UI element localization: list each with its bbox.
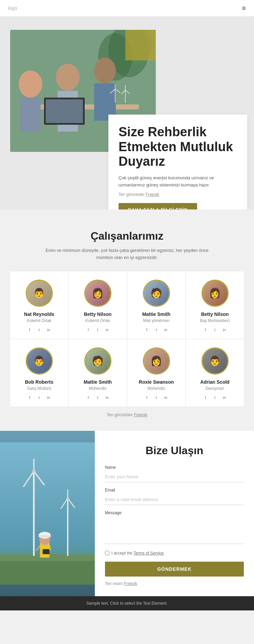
team-card: 👩 Betty Nilson Baş Muhasebeci f t in <box>186 271 244 339</box>
twitter-icon[interactable]: t <box>153 326 160 333</box>
team-member-role: Kıdemli Ortak <box>27 318 51 323</box>
team-member-role: Kıdemli Ortak <box>85 318 110 323</box>
message-label: Message <box>105 510 244 515</box>
message-textarea[interactable] <box>105 517 244 544</box>
hero-credit: Ten görüntüler Freepik <box>119 192 237 197</box>
wind-turbine-svg <box>0 431 95 596</box>
hero-credit-link[interactable]: Freepik <box>146 192 159 197</box>
team-avatar: 👨 <box>26 280 53 307</box>
svg-rect-23 <box>0 558 95 585</box>
facebook-icon[interactable]: f <box>26 326 33 333</box>
svg-point-29 <box>32 469 36 473</box>
facebook-icon[interactable]: f <box>85 326 92 333</box>
contact-form-area: Bize Ulaşın Name Email Message I accept … <box>95 431 254 596</box>
contact-section: Bize Ulaşın Name Email Message I accept … <box>0 431 254 596</box>
team-member-name: Mattie Smith <box>142 311 170 317</box>
footer: Sample text. Click to select the Text El… <box>0 596 254 610</box>
team-credit: Ten görüntüler Freepik <box>10 412 244 417</box>
svg-point-34 <box>66 497 69 500</box>
svg-rect-38 <box>39 535 51 537</box>
team-member-name: Bob Roberts <box>25 379 54 385</box>
team-avatar: 👩 <box>84 280 111 307</box>
twitter-icon[interactable]: t <box>212 394 218 401</box>
submit-button[interactable]: GÖNDERMEK <box>105 562 244 577</box>
instagram-icon[interactable]: in <box>221 326 228 333</box>
team-section: Çalışanlarımız Enim ve minimum düzeyde, … <box>0 209 254 431</box>
team-member-name: Nat Reynolds <box>24 311 54 317</box>
facebook-icon[interactable]: f <box>144 326 150 333</box>
hero-title: Size Rehberlik Etmekten Mutluluk Duyarız <box>119 125 237 169</box>
social-icons: f t in <box>144 394 169 401</box>
team-member-role: Mühendis <box>147 386 165 391</box>
instagram-icon[interactable]: in <box>221 394 228 401</box>
social-icons: f t in <box>144 326 169 333</box>
team-description: Enim ve minimum düzeyde, çok fazla çaba … <box>42 247 212 261</box>
team-avatar: 🧑 <box>84 347 111 375</box>
team-card: 👨 Nat Reynolds Kıdemli Ortak f t in <box>10 271 68 339</box>
name-input[interactable] <box>105 471 244 482</box>
team-member-name: Adrian Scold <box>200 379 229 385</box>
team-title: Çalışanlarımız <box>10 230 244 242</box>
team-card: 🧑 Mattie Smith Mali yönetmen f t in <box>127 271 185 339</box>
learn-more-button[interactable]: DAHA FAZLA BİLGİ EDİN <box>119 203 197 209</box>
team-grid-row1: 👨 Nat Reynolds Kıdemli Ortak f t in 👩 Be… <box>10 271 244 339</box>
contact-credit: Ten resim Freepik <box>105 581 244 586</box>
team-card: 🧑 Mattie Smith Mühendis f t in <box>69 339 127 406</box>
twitter-icon[interactable]: t <box>36 394 43 401</box>
twitter-icon[interactable]: t <box>153 394 160 401</box>
facebook-icon[interactable]: f <box>144 394 150 401</box>
terms-checkbox[interactable] <box>105 551 109 555</box>
svg-rect-21 <box>125 30 156 60</box>
social-icons: f t in <box>26 326 52 333</box>
team-member-name: Betty Nilson <box>201 311 229 317</box>
facebook-icon[interactable]: f <box>202 394 209 401</box>
instagram-icon[interactable]: in <box>45 326 52 333</box>
footer-text: Sample text. Click to select the Text El… <box>86 601 168 606</box>
twitter-icon[interactable]: t <box>94 394 101 401</box>
terms-row: I accept the Terms of Service <box>105 551 244 556</box>
svg-point-9 <box>94 58 116 83</box>
navbar: logo ≡ <box>0 0 254 16</box>
team-credit-link[interactable]: Freepik <box>134 412 147 417</box>
team-avatar: 👨 <box>26 347 53 375</box>
social-icons: f t in <box>85 326 111 333</box>
social-icons: f t in <box>202 394 228 401</box>
terms-link[interactable]: Terms of Service <box>133 551 164 556</box>
twitter-icon[interactable]: t <box>36 326 43 333</box>
contact-credit-link[interactable]: Freepik <box>124 581 137 586</box>
email-input[interactable] <box>105 494 244 505</box>
name-form-group: Name <box>105 465 244 482</box>
instagram-icon[interactable]: in <box>104 326 111 333</box>
team-member-role: Mühendis <box>89 386 106 391</box>
social-icons: f t in <box>202 326 228 333</box>
team-avatar: 🧑 <box>143 280 170 307</box>
svg-rect-39 <box>43 549 49 554</box>
instagram-icon[interactable]: in <box>45 394 52 401</box>
contact-title: Bize Ulaşın <box>105 444 244 457</box>
email-form-group: Email <box>105 488 244 505</box>
hero-content: Size Rehberlik Etmekten Mutluluk Duyarız… <box>108 115 247 209</box>
team-member-name: Mattie Smith <box>84 379 112 385</box>
twitter-icon[interactable]: t <box>94 326 101 333</box>
instagram-icon[interactable]: in <box>163 326 169 333</box>
contact-image <box>0 431 95 596</box>
facebook-icon[interactable]: f <box>26 394 33 401</box>
team-member-role: Satış Müdürü <box>27 386 51 391</box>
logo: logo <box>8 5 17 11</box>
email-label: Email <box>105 488 244 492</box>
facebook-icon[interactable]: f <box>202 326 209 333</box>
message-form-group: Message <box>105 510 244 545</box>
team-member-role: Mali yönetmen <box>143 318 169 323</box>
facebook-icon[interactable]: f <box>85 394 92 401</box>
hero-section: Size Rehberlik Etmekten Mutluluk Duyarız… <box>0 16 254 209</box>
svg-line-41 <box>49 546 50 550</box>
team-member-name: Betty Nilson <box>84 311 112 317</box>
twitter-icon[interactable]: t <box>212 326 218 333</box>
social-icons: f t in <box>26 394 52 401</box>
team-card: 👩 Roxie Swanson Mühendis f t in <box>127 339 185 406</box>
team-card: 👩 Betty Nilson Kıdemli Ortak f t in <box>69 271 127 339</box>
instagram-icon[interactable]: in <box>163 394 169 401</box>
team-avatar: 👨 <box>202 347 229 375</box>
menu-icon[interactable]: ≡ <box>242 4 246 12</box>
instagram-icon[interactable]: in <box>104 394 111 401</box>
